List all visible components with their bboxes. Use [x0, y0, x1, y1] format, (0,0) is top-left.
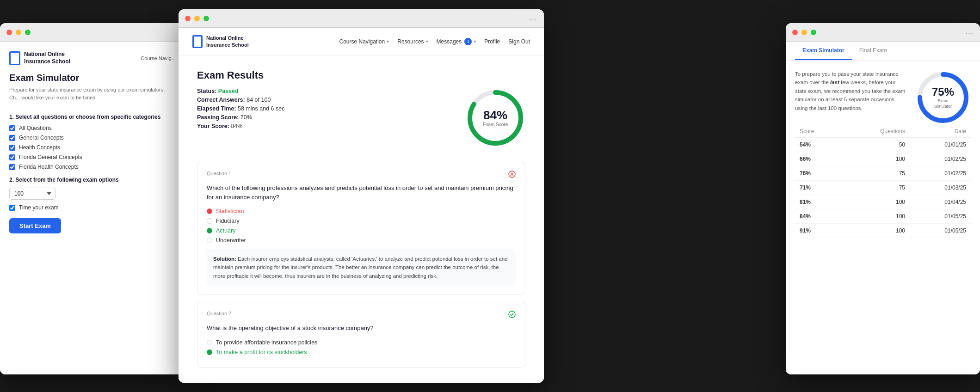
answer-label: Statistician — [216, 208, 244, 214]
checkbox-fl-general-label: Florida General Concepts — [19, 154, 82, 160]
checkbox-fl-general[interactable]: Florida General Concepts — [9, 154, 176, 160]
checkbox-health-label: Health Concepts — [19, 144, 60, 151]
tl-red-left[interactable] — [6, 30, 12, 35]
score-cell: 66% — [795, 152, 842, 166]
stat-elapsed: Elapsed Time: 58 mins and 6 sec — [197, 105, 447, 112]
table-row: 91% 100 01/05/25 — [795, 224, 971, 238]
answer-label: Actuary — [216, 227, 235, 234]
answer-option-statistician[interactable]: Statistician — [207, 208, 516, 214]
questions-cell: 100 — [842, 209, 910, 224]
answer-option-fiduciary[interactable]: Fiduciary — [207, 218, 516, 224]
score-circle-container: 84% Exam Score — [465, 88, 525, 148]
section2-label: 2. Select from the following exam option… — [9, 177, 176, 183]
col-date-header: Date — [910, 125, 971, 138]
window-exam-simulator-left: National Online Insurance School Course … — [0, 23, 185, 374]
tab-final-exam[interactable]: Final Exam — [852, 42, 894, 60]
checkbox-all-questions[interactable]: All Questions — [9, 125, 176, 131]
date-cell: 01/02/25 — [910, 152, 971, 166]
date-cell: 01/01/25 — [910, 138, 971, 152]
window-exam-simulator-right: ··· Exam Simulator Final Exam 75% E — [786, 23, 980, 374]
titlebar-center: ··· — [179, 9, 544, 28]
messages-badge: 1 — [464, 38, 472, 45]
date-cell: 01/05/25 — [910, 224, 971, 238]
answer-label: To provide affordable insurance policies — [216, 339, 317, 346]
checkbox-fl-health[interactable]: Florida Health Concepts — [9, 164, 176, 170]
score-cell: 81% — [795, 195, 842, 209]
tl-green-right[interactable] — [811, 30, 816, 35]
more-options-center[interactable]: ··· — [529, 15, 537, 24]
checkbox-health-concepts[interactable]: Health Concepts — [9, 144, 176, 151]
page-desc-left: Prepare for your state insurance exam by… — [9, 86, 176, 101]
more-options-right[interactable]: ··· — [965, 29, 974, 38]
checkbox-general-label: General Concepts — [19, 135, 64, 141]
date-cell: 01/04/25 — [910, 195, 971, 209]
checkbox-fl-health-input[interactable] — [9, 164, 15, 170]
tl-red-right[interactable] — [792, 30, 798, 35]
score-circle-inner: 84% Exam Score — [483, 109, 508, 127]
checkbox-general-input[interactable] — [9, 135, 15, 141]
tl-yellow-left[interactable] — [16, 30, 21, 35]
answer-option-affordable[interactable]: To provide affordable insurance policies — [207, 339, 516, 346]
tl-green-center[interactable] — [203, 16, 209, 21]
score-cell: 54% — [795, 138, 842, 152]
question-text-2: What is the operating objective of a sto… — [207, 324, 516, 333]
radio-dot — [207, 228, 212, 233]
score-sublabel: Exam Score — [483, 122, 508, 127]
question-num-1: Question 1 — [207, 171, 231, 176]
col-score-header: Score — [795, 125, 842, 138]
tl-green-left[interactable] — [25, 30, 31, 35]
answer-option-underwriter[interactable]: Underwriter — [207, 237, 516, 244]
page-title-left: Exam Simulator — [9, 73, 176, 83]
tl-yellow-right[interactable] — [801, 30, 807, 35]
checkbox-general-concepts[interactable]: General Concepts — [9, 135, 176, 141]
answer-label: Underwriter — [216, 237, 246, 244]
logo-area-left: National Online Insurance School Course … — [9, 51, 176, 65]
radio-dot — [207, 208, 212, 214]
results-stats: Status: Passed Correct Answers: 84 of 10… — [197, 88, 447, 132]
nav-links-center: Course Navigation ▾ Resources ▾ Messages… — [339, 38, 530, 45]
tl-red-center[interactable] — [185, 16, 191, 21]
radio-dot — [207, 349, 212, 355]
tl-yellow-center[interactable] — [194, 16, 200, 21]
nav-resources[interactable]: Resources ▾ — [397, 38, 428, 45]
tab-exam-simulator[interactable]: Exam Simulator — [795, 42, 852, 60]
questions-cell: 100 — [842, 152, 910, 166]
question-card-1: Question 1 Which of the following profes… — [197, 162, 525, 294]
stat-your-score: Your Score: 84% — [197, 123, 447, 129]
time-checkbox-item[interactable]: Time your exam — [9, 204, 176, 211]
score-circle-2-pct: 75% — [929, 86, 957, 98]
start-exam-button[interactable]: Start Exam — [9, 218, 61, 233]
logo-icon-left — [9, 51, 20, 65]
radio-dot — [207, 218, 212, 224]
checkbox-all-input[interactable] — [9, 125, 15, 131]
checkbox-all-label: All Questions — [19, 125, 52, 131]
score-circle: 84% Exam Score — [465, 88, 525, 148]
nav-sign-out[interactable]: Sign Out — [508, 38, 530, 45]
answer-option-profit[interactable]: To make a profit for its stockholders — [207, 349, 516, 355]
table-row: 71% 75 01/03/25 — [795, 181, 971, 195]
table-row: 81% 100 01/04/25 — [795, 195, 971, 209]
nav-profile[interactable]: Profile — [484, 38, 500, 45]
section1-label: 1. Select all questions or choose from s… — [9, 114, 176, 120]
date-cell: 01/05/25 — [910, 209, 971, 224]
checkbox-health-input[interactable] — [9, 145, 15, 151]
questions-cell: 75 — [842, 181, 910, 195]
question-num-2: Question 2 — [207, 311, 231, 316]
questions-cell: 50 — [842, 138, 910, 152]
answer-option-actuary[interactable]: Actuary — [207, 227, 516, 234]
time-checkbox-input[interactable] — [9, 205, 15, 211]
checkbox-fl-general-input[interactable] — [9, 154, 15, 160]
logo-icon-center — [192, 35, 203, 48]
score-circle-2-inner: 75% Exam Simulator — [929, 86, 957, 109]
results-layout: Status: Passed Correct Answers: 84 of 10… — [197, 88, 525, 148]
answer-label: To make a profit for its stockholders — [216, 349, 307, 355]
stat-passing: Passing Score: 70% — [197, 114, 447, 121]
nav-course-nav[interactable]: Course Navigation ▾ — [339, 38, 389, 45]
exam-results-title: Exam Results — [197, 69, 525, 81]
nav-messages[interactable]: Messages 1 ▾ — [437, 38, 476, 45]
questions-select[interactable]: 100 50 75 — [9, 188, 55, 200]
highlight-word: last — [830, 80, 839, 85]
table-row: 76% 75 01/02/25 — [795, 166, 971, 181]
score-circle-2-label: Exam Simulator — [929, 98, 957, 109]
score-cell: 71% — [795, 181, 842, 195]
